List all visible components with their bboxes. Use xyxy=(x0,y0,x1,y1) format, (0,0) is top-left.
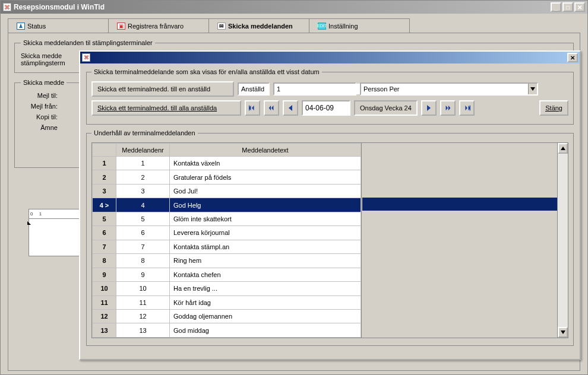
date-input[interactable] xyxy=(302,100,350,116)
col-nr[interactable]: Meddelandenr xyxy=(116,144,170,157)
table-row[interactable]: 1010Ha en trevlig ... xyxy=(93,282,361,295)
tab-status[interactable]: ♟ Status xyxy=(8,18,109,33)
cell-text[interactable]: Gratulerar på födels xyxy=(170,170,361,184)
cell-text[interactable]: Goddag oljemannen xyxy=(170,309,361,323)
table-row[interactable]: 22Gratulerar på födels xyxy=(93,170,361,184)
register-icon: ▣ xyxy=(117,23,125,30)
cell-nr[interactable]: 10 xyxy=(116,282,170,295)
scroll-down-button[interactable] xyxy=(558,327,568,338)
cell-text[interactable]: Kör hårt idag xyxy=(170,295,361,309)
table-row[interactable]: 66Leverera körjournal xyxy=(93,226,361,240)
close-button[interactable]: ✕ xyxy=(574,2,585,12)
table-row[interactable]: 4 >4God Helg xyxy=(93,198,361,212)
table-row[interactable]: 55Glöm inte skattekort xyxy=(93,212,361,225)
table-row[interactable]: 88Ring hem xyxy=(93,254,361,268)
cell-nr[interactable]: 3 xyxy=(116,184,170,198)
table-row[interactable]: 11Kontakta växeln xyxy=(93,157,361,170)
nav-prev-fast-button[interactable] xyxy=(264,100,279,116)
cell-text[interactable]: Ha en trevlig ... xyxy=(170,282,361,295)
table-row[interactable]: 99Kontakta chefen xyxy=(93,268,361,281)
cell-text[interactable]: God Jul! xyxy=(170,184,361,198)
group-maintenance: Underhåll av terminalmeddelanden Meddela… xyxy=(86,129,574,346)
cell-nr[interactable]: 13 xyxy=(116,323,170,338)
row-header[interactable]: 7 xyxy=(93,240,116,253)
person-combo[interactable] xyxy=(360,82,538,96)
cell-nr[interactable]: 11 xyxy=(116,295,170,309)
cell-nr[interactable]: 9 xyxy=(116,268,170,281)
table-row[interactable]: 1313God middag xyxy=(93,323,361,338)
cell-nr[interactable]: 4 xyxy=(116,198,170,212)
nav-next-button[interactable] xyxy=(421,100,437,116)
cell-text[interactable]: Ring hem xyxy=(170,254,361,268)
cell-nr[interactable]: 2 xyxy=(116,170,170,184)
svg-marker-9 xyxy=(445,106,447,111)
row-header[interactable]: 13 xyxy=(93,323,116,338)
cell-text[interactable]: God middag xyxy=(170,323,361,338)
table-row[interactable]: 33God Jul! xyxy=(93,184,361,198)
cell-nr[interactable]: 1 xyxy=(116,157,170,170)
nav-next-fast-button[interactable] xyxy=(440,100,456,116)
tab-installning[interactable]: EDIT Inställning xyxy=(309,18,410,33)
vertical-scrollbar[interactable] xyxy=(557,143,568,338)
nav-last-button[interactable] xyxy=(459,100,475,116)
send-to-all-button[interactable]: Skicka ett terminalmedd. till alla anstä… xyxy=(91,100,241,116)
person-input[interactable] xyxy=(361,84,528,94)
group-terminals-legend: Skicka meddelanden til stämplingstermina… xyxy=(21,39,155,46)
row-header[interactable]: 1 xyxy=(93,157,116,170)
col-corner xyxy=(93,144,116,157)
scroll-up-button[interactable] xyxy=(558,143,568,154)
nav-first-button[interactable] xyxy=(245,100,260,116)
table-row[interactable]: 1111Kör hårt idag xyxy=(93,295,361,309)
cell-nr[interactable]: 8 xyxy=(116,254,170,268)
table-row[interactable]: 1212Goddag oljemannen xyxy=(93,309,361,323)
row-header[interactable]: 11 xyxy=(93,295,116,309)
maximize-button[interactable]: □ xyxy=(562,2,573,12)
table-row[interactable]: 77Kontakta stämpl.an xyxy=(93,240,361,253)
cell-nr[interactable]: 7 xyxy=(116,240,170,253)
person-dropdown-icon[interactable] xyxy=(528,84,537,94)
cell-text[interactable]: Glöm inte skattekort xyxy=(170,212,361,225)
tab-skicka[interactable]: ✉ Skicka meddelanden xyxy=(208,18,309,33)
anstalld-input[interactable] xyxy=(274,84,361,94)
row-header[interactable]: 3 xyxy=(93,184,116,198)
cell-nr[interactable]: 5 xyxy=(116,212,170,225)
cell-text[interactable]: Leverera körjournal xyxy=(170,226,361,240)
dialog-close-button[interactable]: ✕ xyxy=(567,53,578,62)
send-icon: ✉ xyxy=(217,23,226,30)
send-to-one-button[interactable]: Skicka ett terminalmedd. till en anställ… xyxy=(91,81,234,97)
col-text[interactable]: Meddelandetext xyxy=(170,144,361,157)
group-send-terminal: Skicka terminalmeddelande som ska visas … xyxy=(86,68,574,125)
cell-nr[interactable]: 6 xyxy=(116,226,170,240)
scroll-track[interactable] xyxy=(558,154,568,327)
stang-button[interactable]: Stäng xyxy=(539,100,568,116)
settings-icon: EDIT xyxy=(318,23,326,30)
label-amne: Ämne xyxy=(21,124,58,131)
minimize-button[interactable]: _ xyxy=(551,2,561,12)
row-header[interactable]: 6 xyxy=(93,226,116,240)
row-header[interactable]: 4 > xyxy=(93,198,116,212)
row-header[interactable]: 2 xyxy=(93,170,116,184)
row-header[interactable]: 9 xyxy=(93,268,116,281)
row-header[interactable]: 10 xyxy=(93,282,116,295)
anstalld-combo[interactable] xyxy=(273,82,356,96)
nav-prev-button[interactable] xyxy=(283,100,298,116)
cell-text[interactable]: Kontakta växeln xyxy=(170,157,361,170)
svg-marker-15 xyxy=(561,330,565,334)
row-header[interactable]: 12 xyxy=(93,309,116,323)
svg-marker-14 xyxy=(561,147,565,150)
svg-marker-11 xyxy=(465,106,467,111)
group-mail-legend: Skicka medde xyxy=(21,79,67,86)
cell-text[interactable]: God Helg xyxy=(170,198,361,212)
send-to-one-label: Skicka ett terminalmedd. till en anställ… xyxy=(97,85,210,93)
messages-table[interactable]: Meddelandenr Meddelandetext 11Kontakta v… xyxy=(92,143,361,338)
svg-rect-4 xyxy=(249,106,249,111)
tab-installning-label: Inställning xyxy=(328,23,358,30)
cell-text[interactable]: Kontakta stämpl.an xyxy=(170,240,361,253)
row-header[interactable]: 5 xyxy=(93,212,116,225)
tab-registrera[interactable]: ▣ Registrera frånvaro xyxy=(108,18,209,33)
cell-text[interactable]: Kontakta chefen xyxy=(170,268,361,281)
tab-registrera-label: Registrera frånvaro xyxy=(128,23,184,30)
cell-nr[interactable]: 12 xyxy=(116,309,170,323)
label-mejl-til: Mejl til: xyxy=(21,92,58,99)
row-header[interactable]: 8 xyxy=(93,254,116,268)
